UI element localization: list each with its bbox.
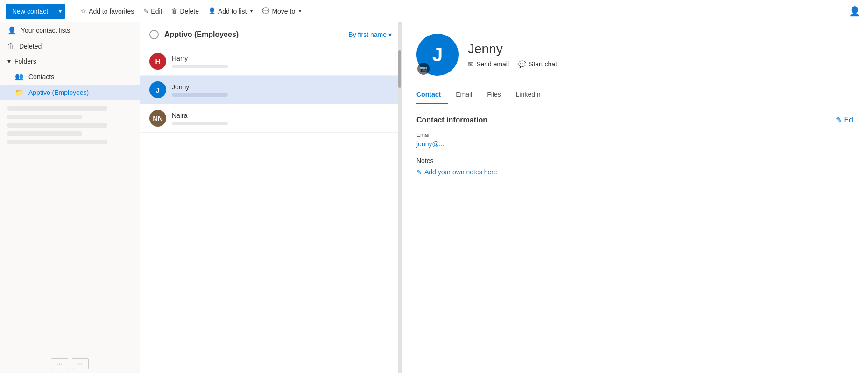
sidebar-bottom-btn-1[interactable]: ··· — [51, 358, 68, 369]
sort-label: By first name — [348, 31, 387, 38]
new-contact-button[interactable]: New contact — [6, 4, 55, 19]
contact-list-header-left: Apptivo (Employees) — [149, 30, 239, 39]
avatar-jenny: J — [149, 81, 166, 98]
sort-button[interactable]: By first name ▾ — [348, 31, 392, 38]
contact-name-jenny: Jenny — [172, 83, 392, 91]
deleted-icon: 🗑 — [7, 42, 14, 50]
contact-list-title: Apptivo (Employees) — [164, 30, 239, 39]
list-select-all-circle[interactable] — [149, 30, 159, 39]
detail-header: J 📷 Jenny ✉ Send email 💬 Start chat — [416, 34, 853, 76]
toolbar-right: 👤 — [847, 4, 862, 19]
contact-info-section: Contact information ✎ Ed Email jenny@...… — [416, 115, 853, 176]
contact-info-jenny: Jenny — [172, 83, 392, 97]
notes-edit-icon: ✎ — [416, 169, 422, 176]
start-chat-button[interactable]: 💬 Start chat — [518, 60, 557, 68]
star-icon: ☆ — [81, 7, 86, 14]
notes-label: Notes — [416, 157, 853, 165]
contact-item-jenny[interactable]: J Jenny — [140, 76, 401, 104]
contact-info-naira: Naira — [172, 112, 392, 125]
blurred-sidebar-items — [0, 100, 140, 150]
folders-collapse-icon: ▾ — [7, 57, 11, 65]
add-to-list-button[interactable]: 👤 Add to list ▾ — [205, 4, 256, 19]
add-to-list-arrow-icon: ▾ — [250, 8, 253, 14]
contacts-icon: 👥 — [15, 72, 24, 81]
edit-contact-button[interactable]: ✎ Ed — [836, 115, 853, 124]
email-field-value[interactable]: jenny@... — [416, 140, 853, 148]
contact-list-panel: Apptivo (Employees) By first name ▾ H Ha… — [140, 22, 402, 373]
deleted-label: Deleted — [19, 43, 42, 50]
email-field-label: Email — [416, 132, 853, 138]
scrollbar[interactable] — [398, 22, 401, 373]
sidebar-scroll: 👤 Your contact lists 🗑 Deleted ▾ Folders… — [0, 22, 140, 354]
apptivo-label: Apptivo (Employees) — [28, 89, 89, 96]
sidebar-item-deleted[interactable]: 🗑 Deleted — [0, 38, 140, 54]
account-button[interactable]: 👤 — [847, 4, 862, 19]
contact-info-title-text: Contact information — [416, 116, 487, 124]
contacts-label: Contacts — [28, 73, 54, 80]
edit-label: Edit — [151, 7, 162, 15]
blurred-row-2 — [7, 115, 82, 119]
email-field-group: Email jenny@... — [416, 132, 853, 148]
sidebar-item-contacts[interactable]: 👥 Contacts — [0, 69, 140, 85]
contact-sub-jenny — [172, 93, 228, 97]
sidebar-item-apptivo[interactable]: 📁 Apptivo (Employees) — [0, 85, 140, 100]
your-contact-lists-label: Your contact lists — [21, 27, 70, 34]
contact-item-harry[interactable]: H Harry — [140, 47, 401, 76]
notes-section: Notes ✎ Add your own notes here — [416, 157, 853, 176]
add-to-list-label: Add to list — [218, 7, 247, 15]
edit-contact-label: Ed — [844, 116, 853, 124]
contact-name-naira: Naira — [172, 112, 392, 119]
edit-button[interactable]: ✎ Edit — [140, 4, 166, 19]
folders-label: Folders — [14, 57, 36, 65]
move-to-label: Move to — [272, 7, 295, 15]
new-contact-dropdown-button[interactable]: ▾ — [55, 4, 65, 19]
tab-linkedin[interactable]: LinkedIn — [508, 87, 548, 104]
move-to-arrow-icon: ▾ — [299, 8, 301, 14]
blurred-row-3 — [7, 123, 107, 128]
detail-panel: J 📷 Jenny ✉ Send email 💬 Start chat — [402, 22, 868, 373]
detail-name: Jenny — [468, 42, 557, 57]
add-notes-button[interactable]: ✎ Add your own notes here — [416, 168, 853, 176]
contact-info-harry: Harry — [172, 55, 392, 68]
apptivo-folder-icon: 📁 — [15, 88, 24, 97]
blurred-row-4 — [7, 131, 82, 136]
email-icon: ✉ — [468, 60, 473, 68]
contact-list-scroll[interactable]: H Harry J Jenny NN Naira — [140, 47, 401, 373]
contact-name-harry: Harry — [172, 55, 392, 62]
contact-item-naira[interactable]: NN Naira — [140, 104, 401, 133]
move-to-button[interactable]: 💬 Move to ▾ — [258, 4, 305, 19]
sidebar-bottom: ··· ··· — [0, 354, 140, 373]
contact-info-section-title: Contact information ✎ Ed — [416, 115, 853, 124]
toolbar-divider-1 — [71, 6, 71, 17]
detail-avatar-wrapper: J 📷 — [416, 34, 459, 76]
contact-sub-naira — [172, 122, 228, 125]
tab-contact[interactable]: Contact — [416, 87, 448, 104]
sidebar-bottom-btn-2[interactable]: ··· — [72, 358, 89, 369]
add-to-list-icon: 👤 — [208, 7, 216, 14]
delete-button[interactable]: 🗑 Delete — [168, 4, 202, 19]
sidebar-item-your-contact-lists[interactable]: 👤 Your contact lists — [0, 22, 140, 38]
add-to-favorites-label: Add to favorites — [89, 7, 134, 15]
camera-icon[interactable]: 📷 — [417, 63, 430, 75]
trash-icon: 🗑 — [171, 7, 177, 14]
detail-actions: ✉ Send email 💬 Start chat — [468, 60, 557, 68]
send-email-button[interactable]: ✉ Send email — [468, 60, 509, 68]
blurred-row-1 — [7, 106, 107, 111]
delete-label: Delete — [180, 7, 198, 15]
contact-sub-harry — [172, 65, 228, 68]
folders-section-header[interactable]: ▾ Folders — [0, 54, 140, 69]
send-email-label: Send email — [476, 60, 509, 68]
edit-pencil-icon: ✎ — [836, 115, 842, 124]
sidebar: 👤 Your contact lists 🗑 Deleted ▾ Folders… — [0, 22, 140, 373]
scrollbar-thumb[interactable] — [398, 50, 401, 88]
contact-list-header: Apptivo (Employees) By first name ▾ — [140, 22, 401, 47]
add-to-favorites-button[interactable]: ☆ Add to favorites — [77, 4, 138, 19]
toolbar: New contact ▾ ☆ Add to favorites ✎ Edit … — [0, 0, 868, 22]
detail-tabs: Contact Email Files LinkedIn — [416, 87, 853, 104]
tab-files[interactable]: Files — [480, 87, 508, 104]
sort-arrow-icon: ▾ — [388, 31, 392, 38]
edit-icon: ✎ — [143, 7, 148, 14]
main-layout: 👤 Your contact lists 🗑 Deleted ▾ Folders… — [0, 22, 868, 373]
blurred-row-5 — [7, 140, 107, 144]
tab-email[interactable]: Email — [448, 87, 480, 104]
